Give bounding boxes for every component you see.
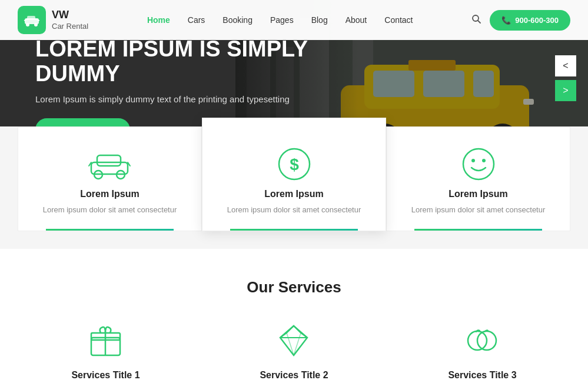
feature-smiley-icon (458, 148, 499, 180)
logo-icon (18, 6, 46, 34)
nav-right: 📞 900-600-300 (471, 10, 570, 31)
feature-card-1: Lorem Ipsum Lorem ipsum dolor sit amet c… (18, 126, 202, 231)
nav-item-home[interactable]: Home (147, 15, 170, 25)
svg-line-5 (478, 21, 480, 23)
feature-cards: Lorem Ipsum Lorem ipsum dolor sit amet c… (18, 126, 570, 231)
svg-point-2 (26, 23, 29, 26)
nav-item-contact[interactable]: Contact (384, 15, 413, 25)
service-3-title: Services Title 3 (448, 370, 516, 381)
phone-button[interactable]: 📞 900-600-300 (490, 10, 570, 31)
service-gift-icon (85, 320, 127, 361)
logo-text: VW Car Rental (52, 9, 88, 31)
nav-item-booking[interactable]: Booking (222, 15, 253, 25)
svg-point-31 (471, 159, 475, 162)
svg-marker-36 (280, 326, 307, 355)
search-icon[interactable] (471, 14, 481, 26)
hero-next-button[interactable]: > (555, 80, 576, 101)
svg-point-3 (34, 23, 38, 26)
services-section: Our Services Services Title 1 Lorem ipsu… (0, 249, 588, 381)
feature-card-2: $ Lorem Ipsum Lorem ipsum dolor sit amet… (202, 118, 386, 231)
service-diamond-icon (274, 320, 315, 361)
svg-text:$: $ (290, 155, 299, 174)
logo-vw: VW (52, 9, 88, 22)
feature-card-1-title: Lorem Ipsum (80, 189, 139, 199)
nav-item-blog[interactable]: Blog (311, 15, 328, 25)
feature-card-3-title: Lorem Ipsum (449, 189, 507, 199)
feature-card-2-desc: Lorem ipsum dolor sit amet consectetur (227, 204, 361, 216)
services-grid: Services Title 1 Lorem ipsum dolor sit a… (18, 320, 570, 381)
svg-point-30 (463, 149, 494, 179)
service-1-title: Services Title 1 (71, 370, 139, 381)
services-title: Our Services (18, 278, 570, 296)
navbar: VW Car Rental Home Cars Booking Pages Bl… (0, 0, 588, 40)
service-card-2: Services Title 2 Lorem ipsum dolor sit a… (212, 320, 377, 381)
service-2-title: Services Title 2 (260, 370, 328, 381)
phone-icon: 📞 (501, 16, 511, 25)
hero-subtitle: Lorem Ipsum is simply dummy text of the … (35, 94, 330, 104)
feature-dollar-icon: $ (274, 148, 315, 180)
svg-rect-24 (97, 155, 121, 166)
hero-nav-buttons: < > (555, 55, 576, 101)
phone-number: 900-600-300 (515, 16, 559, 25)
logo: VW Car Rental (18, 6, 88, 34)
feature-card-2-title: Lorem Ipsum (264, 189, 323, 199)
feature-section: Lorem Ipsum Lorem ipsum dolor sit amet c… (0, 126, 588, 249)
svg-line-39 (294, 333, 301, 355)
nav-item-cars[interactable]: Cars (188, 15, 205, 25)
nav-item-about[interactable]: About (346, 15, 367, 25)
service-card-1: Services Title 1 Lorem ipsum dolor sit a… (24, 320, 188, 381)
feature-card-3: Lorem Ipsum Lorem ipsum dolor sit amet c… (386, 126, 570, 231)
logo-subtitle: Car Rental (52, 22, 88, 31)
feature-card-1-desc: Lorem ipsum dolor sit amet consectetur (43, 204, 177, 216)
hero-title: LOREM IPSUM IS SIMPLY DUMMY (35, 37, 330, 86)
feature-card-3-desc: Lorem ipsum dolor sit amet consectetur (411, 204, 546, 216)
nav-item-pages[interactable]: Pages (270, 15, 294, 25)
hero-prev-button[interactable]: < (555, 55, 576, 76)
service-rings-icon (462, 320, 503, 361)
feature-car-icon (89, 148, 131, 180)
nav-links: Home Cars Booking Pages Blog About Conta… (147, 15, 413, 25)
svg-line-38 (287, 333, 294, 355)
service-card-3: Services Title 3 Lorem ipsum dolor sit a… (400, 320, 565, 381)
svg-point-32 (482, 159, 486, 162)
